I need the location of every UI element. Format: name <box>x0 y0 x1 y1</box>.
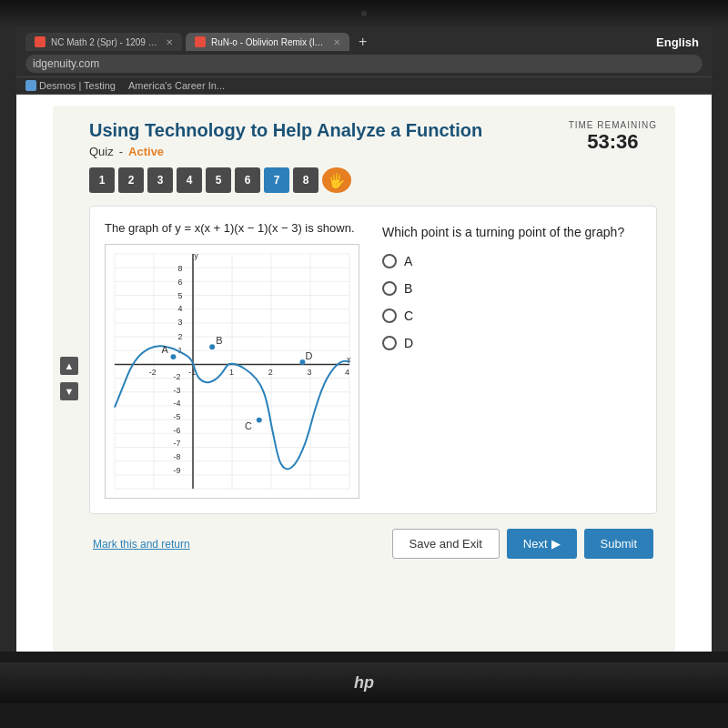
nav-btn-7[interactable]: 7 <box>264 167 289 193</box>
svg-text:6: 6 <box>177 278 182 287</box>
svg-text:5: 5 <box>177 291 182 300</box>
action-buttons: Save and Exit Next ▶ Submit <box>392 529 653 559</box>
timer-area: TIME REMAINING 53:36 <box>569 120 657 154</box>
quiz-label: Quiz <box>89 145 114 158</box>
graph-description: The graph of y = x(x + 1)(x − 1)(x − 3) … <box>105 221 364 235</box>
tab-math[interactable]: NC Math 2 (Spr) - 1209 2X0 - 8... ✕ <box>25 33 182 51</box>
tab-music[interactable]: RuN-o - Oblivion Remix (lyrics ✕ <box>186 33 349 51</box>
choice-D[interactable]: D <box>382 336 642 350</box>
timer-value: 53:36 <box>569 130 657 154</box>
side-nav: ▲ ▼ <box>60 357 78 400</box>
hp-logo: hp <box>354 673 374 693</box>
address-bar[interactable]: idgenuity.com <box>25 55 703 73</box>
point-C <box>257 418 262 423</box>
nav-btn-3[interactable]: 3 <box>147 167 173 193</box>
choice-B[interactable]: B <box>382 281 642 296</box>
bookmark-careers[interactable]: America's Career In... <box>128 80 225 91</box>
answer-section: Which point is a turning point of the gr… <box>382 221 642 499</box>
choice-label-A: A <box>404 254 412 268</box>
bookmark-icon-desmos <box>25 80 36 91</box>
new-tab-button[interactable]: + <box>353 34 372 50</box>
bookmarks-bar: Desmos | Testing America's Career In... <box>16 77 712 95</box>
bookmark-label-desmos: Desmos | Testing <box>39 80 116 91</box>
side-arrow-down[interactable]: ▼ <box>60 382 78 400</box>
svg-text:4: 4 <box>177 304 182 313</box>
svg-text:-2: -2 <box>173 372 180 381</box>
svg-text:-9: -9 <box>173 466 180 475</box>
next-button-label: Next <box>523 537 548 551</box>
tab-label-music: RuN-o - Oblivion Remix (lyrics <box>211 37 328 47</box>
svg-text:-3: -3 <box>173 386 180 395</box>
radio-C[interactable] <box>382 308 397 323</box>
address-bar-row: idgenuity.com <box>25 55 703 73</box>
svg-text:4: 4 <box>345 368 349 377</box>
question-text: Which point is a turning point of the gr… <box>382 225 642 239</box>
radio-D[interactable] <box>382 336 397 350</box>
label-D: D <box>305 350 312 361</box>
question-area: The graph of y = x(x + 1)(x − 1)(x − 3) … <box>89 206 657 514</box>
save-exit-button[interactable]: Save and Exit <box>392 529 500 559</box>
choice-C[interactable]: C <box>382 308 642 323</box>
nav-btn-5[interactable]: 5 <box>206 167 231 193</box>
svg-text:2: 2 <box>268 368 273 377</box>
active-badge: Active <box>128 145 164 158</box>
tab-close-math[interactable]: ✕ <box>166 37 173 47</box>
tab-bar: NC Math 2 (Spr) - 1209 2X0 - 8... ✕ RuN-… <box>25 33 703 51</box>
tab-icon-math <box>35 36 46 47</box>
main-content: ▲ ▼ Using Technology to Help Analyze a F… <box>53 106 675 652</box>
svg-text:y: y <box>194 251 198 260</box>
svg-text:-8: -8 <box>173 452 180 461</box>
mark-return-link[interactable]: Mark this and return <box>93 538 190 551</box>
language-label: English <box>656 35 703 49</box>
svg-text:3: 3 <box>307 368 311 377</box>
point-B <box>209 344 215 349</box>
bottom-bar: Mark this and return Save and Exit Next … <box>89 529 657 559</box>
svg-text:-4: -4 <box>173 399 180 408</box>
svg-text:-6: -6 <box>173 426 180 435</box>
svg-text:1: 1 <box>229 368 234 377</box>
nav-btn-flag[interactable]: 🖐 <box>322 167 351 193</box>
nav-btn-1[interactable]: 1 <box>89 167 115 193</box>
nav-btn-2[interactable]: 2 <box>118 167 144 193</box>
label-C: C <box>245 420 252 431</box>
svg-text:-5: -5 <box>173 412 180 421</box>
tab-label-math: NC Math 2 (Spr) - 1209 2X0 - 8... <box>51 37 160 47</box>
next-arrow-icon: ▶ <box>551 537 561 551</box>
graph-section: The graph of y = x(x + 1)(x − 1)(x − 3) … <box>105 221 364 499</box>
question-nav: 1 2 3 4 5 6 7 8 🖐 <box>89 167 657 193</box>
svg-text:2: 2 <box>177 332 182 341</box>
label-B: B <box>216 335 222 346</box>
point-A <box>170 354 176 359</box>
tab-close-music[interactable]: ✕ <box>333 37 340 47</box>
label-A: A <box>162 344 169 355</box>
svg-text:-2: -2 <box>149 368 157 377</box>
choice-label-B: B <box>404 281 412 296</box>
nav-btn-6[interactable]: 6 <box>235 167 260 193</box>
choice-label-C: C <box>404 308 413 323</box>
radio-B[interactable] <box>382 281 397 296</box>
next-button[interactable]: Next ▶ <box>507 529 577 559</box>
svg-text:3: 3 <box>177 318 182 327</box>
tab-icon-music <box>195 36 206 47</box>
graph-container: -2 -1 1 2 3 4 x 8 6 <box>105 244 359 499</box>
bookmark-desmos[interactable]: Desmos | Testing <box>25 80 116 91</box>
bookmark-label-careers: America's Career In... <box>128 80 225 91</box>
choice-label-D: D <box>404 336 413 350</box>
graph-svg: -2 -1 1 2 3 4 x 8 6 <box>106 245 359 498</box>
radio-A[interactable] <box>382 254 397 268</box>
svg-text:8: 8 <box>177 264 182 273</box>
laptop-bottom: hp <box>0 662 728 703</box>
svg-text:-7: -7 <box>173 439 180 448</box>
nav-btn-8[interactable]: 8 <box>293 167 318 193</box>
side-arrow-up[interactable]: ▲ <box>60 357 78 375</box>
timer-label: TIME REMAINING <box>569 120 657 130</box>
submit-button[interactable]: Submit <box>584 529 653 559</box>
nav-btn-4[interactable]: 4 <box>177 167 202 193</box>
choice-A[interactable]: A <box>382 254 642 268</box>
